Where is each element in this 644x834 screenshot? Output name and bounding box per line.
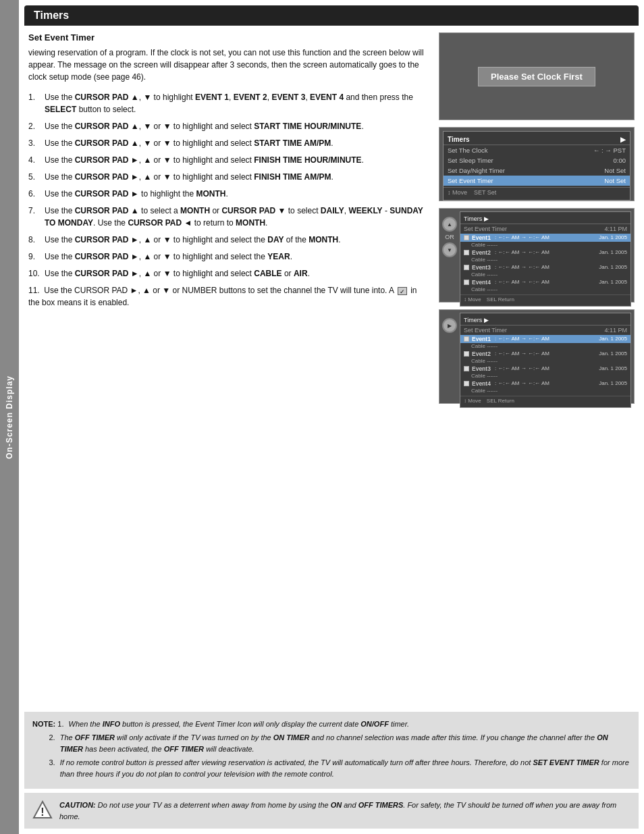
screen1-box: Please Set Clock First bbox=[439, 32, 635, 120]
screen1-message: Please Set Clock First bbox=[478, 67, 595, 86]
steps-list: 1.Use the CURSOR PAD ▲, ▼ to highlight E… bbox=[28, 91, 429, 280]
intro-text: viewing reservation of a program. If the… bbox=[28, 47, 429, 83]
et-header-row4: Set Event Timer 4:11 PM bbox=[460, 325, 630, 335]
et-event4-sub: Cable ------ bbox=[460, 286, 630, 293]
screenshots-panel: Please Set Clock First Timers ▶ Set The … bbox=[439, 32, 635, 705]
content-area: Set Event Timer viewing reservation of a… bbox=[19, 26, 644, 712]
et-event1-sub: Cable ------ bbox=[460, 242, 630, 249]
menu-item-event: Set Event Timer Not Set bbox=[444, 176, 630, 186]
note-item-1: NOTE: 1. When the INFO button is pressed… bbox=[32, 719, 630, 730]
svg-text:!: ! bbox=[41, 806, 44, 818]
event-timer-screen4: Timers ▶ Set Event Timer 4:11 PM Event1 … bbox=[460, 313, 631, 408]
note-item-3: 3. If no remote control button is presse… bbox=[32, 757, 630, 779]
instructions-panel: Set Event Timer viewing reservation of a… bbox=[28, 32, 429, 705]
screen4-box: ▶ Timers ▶ Set Event Timer 4:11 PM Event… bbox=[439, 309, 635, 404]
remote-btn-4: ▶ bbox=[442, 318, 457, 333]
step-11: 11. Use the CURSOR PAD ►, ▲ or ▼ or NUMB… bbox=[28, 284, 429, 309]
timers-menu: Timers ▶ Set The Clock ← : → PST Set Sle… bbox=[443, 131, 630, 201]
step-item: 1.Use the CURSOR PAD ▲, ▼ to highlight E… bbox=[28, 91, 429, 115]
s4-event4-sub: Cable ------ bbox=[460, 388, 630, 394]
note-box: NOTE: 1. When the INFO button is pressed… bbox=[24, 712, 639, 789]
timers-menu-footer: ↕ Move SET Set bbox=[444, 187, 630, 197]
et-s4-event2-row: Event2 : ←:← AM → ←:← AM Jan. 1 2005 bbox=[460, 350, 630, 358]
et-s4-event4-row: Event4 : ←:← AM → ←:← AM Jan. 1 2005 bbox=[460, 380, 630, 388]
step-item: 2.Use the CURSOR PAD ▲, ▼ or ▼ to highli… bbox=[28, 120, 429, 132]
step-item: 6.Use the CURSOR PAD ► to highlight the … bbox=[28, 188, 429, 200]
event-timer-screen3: Timers ▶ Set Event Timer 4:11 PM Event1 … bbox=[460, 211, 631, 307]
step-item: 8.Use the CURSOR PAD ►, ▲ or ▼ to highli… bbox=[28, 234, 429, 246]
event4-checkbox bbox=[464, 280, 469, 285]
et-event2-sub: Cable ------ bbox=[460, 257, 630, 263]
title-bar: Timers bbox=[24, 5, 639, 26]
et-event2-row: Event2 : ←:← AM → ←:← AM Jan. 1 2005 bbox=[460, 249, 630, 257]
et-s4-event3-row: Event3 : ←:← AM → ←:← AM Jan. 1 2005 bbox=[460, 365, 630, 373]
step-item: 4.Use the CURSOR PAD ►, ▲ or ▼ to highli… bbox=[28, 154, 429, 166]
screen2-box: Timers ▶ Set The Clock ← : → PST Set Sle… bbox=[439, 127, 635, 201]
sidebar: On-Screen Display bbox=[0, 0, 19, 834]
step-item: 10.Use the CURSOR PAD ►, ▲ or ▼ to highl… bbox=[28, 267, 429, 280]
et-event3-row: Event3 : ←:← AM → ←:← AM Jan. 1 2005 bbox=[460, 263, 630, 271]
step-item: 9.Use the CURSOR PAD ►, ▲ or ▼ to highli… bbox=[28, 251, 429, 263]
menu-item-clock: Set The Clock ← : → PST bbox=[444, 145, 630, 155]
s4-event1-sub: Cable ------ bbox=[460, 343, 630, 350]
menu-item-sleep: Set Sleep Timer 0:00 bbox=[444, 155, 630, 165]
menu-item-daynight: Set Day/Night Timer Not Set bbox=[444, 165, 630, 176]
section-title: Set Event Timer bbox=[28, 32, 429, 43]
et-title-row4: Timers ▶ bbox=[460, 315, 630, 325]
event3-checkbox bbox=[464, 265, 469, 270]
screen3-box: ▲ OR ▼ Timers ▶ Set Event Timer 4:11 PM bbox=[439, 208, 635, 303]
et-footer4: ↕ Move SEL Return bbox=[460, 396, 630, 405]
s4-event2-checkbox bbox=[464, 351, 469, 357]
sidebar-label: On-Screen Display bbox=[5, 375, 14, 459]
event1-checkbox bbox=[464, 235, 469, 240]
s4-event3-sub: Cable ------ bbox=[460, 373, 630, 380]
remote-btn-1: ▲ bbox=[442, 217, 457, 232]
event2-checkbox bbox=[464, 250, 469, 255]
timers-menu-title: Timers ▶ bbox=[444, 134, 630, 145]
caution-box: ! CAUTION: Do not use your TV as a deter… bbox=[24, 793, 639, 829]
s4-event4-checkbox bbox=[464, 381, 469, 386]
note-item-2: 2. The OFF TIMER will only activate if t… bbox=[32, 732, 630, 754]
et-event4-row: Event4 : ←:← AM → ←:← AM Jan. 1 2005 bbox=[460, 278, 630, 286]
step-item: 5.Use the CURSOR PAD ►, ▲ or ▼ to highli… bbox=[28, 171, 429, 183]
caution-text: CAUTION: Do not use your TV as a deterre… bbox=[59, 800, 630, 822]
remote-icon-4: ▶ bbox=[442, 318, 457, 333]
step-item: 7.Use the CURSOR PAD ▲ to select a MONTH… bbox=[28, 205, 429, 229]
remote-btn-2: ▼ bbox=[442, 242, 457, 257]
et-s4-event1-row: Event1 : ←:← AM → ←:← AM Jan. 1 2005 bbox=[460, 335, 630, 343]
s4-event1-checkbox bbox=[464, 336, 469, 342]
remote-icon-or: ▲ OR ▼ bbox=[442, 217, 457, 257]
s4-event3-checkbox bbox=[464, 366, 469, 371]
et-header-row3: Set Event Timer 4:11 PM bbox=[460, 224, 630, 234]
et-title-row3: Timers ▶ bbox=[460, 214, 630, 224]
et-event1-row: Event1 : ←:← AM → ←:← AM Jan. 1 2005 bbox=[460, 234, 630, 242]
et-event3-sub: Cable ------ bbox=[460, 271, 630, 278]
s4-event2-sub: Cable ------ bbox=[460, 358, 630, 365]
caution-icon: ! bbox=[32, 800, 53, 820]
et-footer3: ↕ Move SEL Return bbox=[460, 294, 630, 304]
page-title: Timers bbox=[34, 9, 629, 22]
main-content: Timers Set Event Timer viewing reservati… bbox=[19, 0, 644, 834]
step-item: 3.Use the CURSOR PAD ▲, ▼ or ▼ to highli… bbox=[28, 137, 429, 149]
